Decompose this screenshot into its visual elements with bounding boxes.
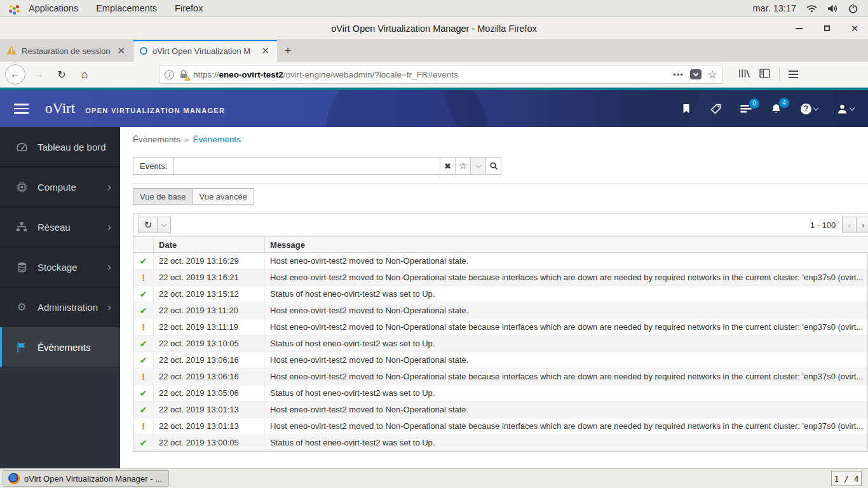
taskbar-window-button[interactable]: oVirt Open Virtualization Manager - ... xyxy=(3,470,169,487)
close-button[interactable]: ✕ xyxy=(848,22,862,36)
status-icon: ✔ xyxy=(140,438,147,447)
event-date: 22 oct. 2019 13:06:16 xyxy=(154,352,265,368)
tab-ovirt[interactable]: oVirt Open Virtualization M ✕ xyxy=(133,40,277,62)
app-logo-subtitle: OPEN VIRTUALIZATION MANAGER xyxy=(85,107,225,114)
home-button[interactable]: ⌂ xyxy=(75,65,94,84)
clock[interactable]: mar. 13:17 xyxy=(752,3,796,13)
table-row[interactable]: ✔ 22 oct. 2019 13:11:20 Host eneo-ovirt-… xyxy=(133,302,868,319)
table-row[interactable]: ✔ 22 oct. 2019 13:10:05 Status of host e… xyxy=(133,336,868,352)
event-date: 22 oct. 2019 13:01:13 xyxy=(154,402,265,417)
workspace-indicator[interactable]: 1 / 4 xyxy=(831,471,862,486)
volume-icon[interactable] xyxy=(827,4,838,13)
event-message: Host eneo-ovirt-test2 moved to Non-Opera… xyxy=(265,418,868,434)
event-message: Status of host eneo-ovirt-test2 was set … xyxy=(265,385,868,401)
search-scope-label: Events: xyxy=(133,158,174,174)
wifi-icon[interactable] xyxy=(806,4,817,13)
tab-session-restore[interactable]: Restauration de session ✕ xyxy=(0,40,133,62)
reload-button[interactable]: ↻ xyxy=(52,65,71,84)
sidebar-item-network[interactable]: Réseau › xyxy=(0,207,120,247)
window-titlebar: oVirt Open Virtualization Manager - Mozi… xyxy=(0,17,868,40)
tab-basic-view[interactable]: Vue de base xyxy=(133,188,193,205)
tasks-icon[interactable]: 0 xyxy=(740,104,752,114)
events-search-input[interactable] xyxy=(174,158,440,174)
menu-applications[interactable]: Applications xyxy=(20,3,87,13)
table-row[interactable]: ! 22 oct. 2019 13:16:21 Host eneo-ovirt-… xyxy=(133,269,868,286)
event-message: Host eneo-ovirt-test2 moved to Non-Opera… xyxy=(265,253,868,269)
column-message[interactable]: Message xyxy=(265,237,868,252)
new-tab-button[interactable]: + xyxy=(277,40,299,62)
table-row[interactable]: ✔ 22 oct. 2019 13:00:05 Status of host e… xyxy=(133,435,868,451)
url-text[interactable]: https://eneo-ovirt-test2/ovirt-engine/we… xyxy=(193,70,668,79)
event-message: Host eneo-ovirt-test2 moved to Non-Opera… xyxy=(265,352,868,368)
menu-firefox[interactable]: Firefox xyxy=(166,3,212,13)
library-icon[interactable] xyxy=(738,68,750,81)
table-row[interactable]: ✔ 22 oct. 2019 13:05:06 Status of host e… xyxy=(133,385,868,402)
tab-close-icon[interactable]: ✕ xyxy=(260,45,271,57)
firefox-menu-icon[interactable] xyxy=(789,71,798,78)
sidebar-item-events[interactable]: Évènements xyxy=(0,327,120,367)
maximize-button[interactable] xyxy=(820,22,834,36)
table-row[interactable]: ✔ 22 oct. 2019 13:01:13 Host eneo-ovirt-… xyxy=(133,402,868,418)
page-info-icon[interactable]: i xyxy=(165,70,174,79)
status-icon: ! xyxy=(142,372,145,381)
pocket-icon[interactable] xyxy=(690,69,702,79)
clear-search-button[interactable]: ✖ xyxy=(440,157,456,175)
search-bar: Events: ✖ ☆ xyxy=(133,157,501,175)
column-status xyxy=(133,237,154,252)
warning-icon xyxy=(6,46,17,57)
table-row[interactable]: ! 22 oct. 2019 13:11:19 Host eneo-ovirt-… xyxy=(133,319,868,336)
bookmark-search-button[interactable]: ☆ xyxy=(456,157,471,175)
prev-page-button[interactable]: ‹ xyxy=(842,217,857,233)
divider xyxy=(133,183,868,184)
back-button[interactable]: ← xyxy=(5,64,25,85)
dashboard-icon xyxy=(15,142,28,152)
search-icon xyxy=(489,161,498,170)
breadcrumb-page-link[interactable]: Événements xyxy=(193,135,241,144)
column-date[interactable]: Date xyxy=(154,237,265,252)
menu-places[interactable]: Emplacements xyxy=(87,3,166,13)
next-page-button[interactable]: › xyxy=(856,217,868,233)
table-row[interactable]: ✔ 22 oct. 2019 13:16:29 Host eneo-ovirt-… xyxy=(133,253,868,269)
sidebar-item-administration[interactable]: ⚙ Administration › xyxy=(0,287,120,327)
tab-advanced-view[interactable]: Vue avancée xyxy=(193,188,254,205)
minimize-button[interactable] xyxy=(792,22,806,36)
tags-icon[interactable] xyxy=(710,104,721,114)
sidebar-item-storage[interactable]: Stockage › xyxy=(0,247,120,287)
sidebar-item-compute[interactable]: Compute › xyxy=(0,167,120,207)
user-menu[interactable] xyxy=(837,104,854,114)
event-date: 22 oct. 2019 13:06:16 xyxy=(154,369,265,384)
search-button[interactable] xyxy=(486,157,501,175)
breadcrumb: Évènements»Événements xyxy=(133,135,868,144)
gear-icon: ⚙ xyxy=(15,302,28,313)
flag-icon xyxy=(15,342,28,353)
refresh-dropdown-button[interactable] xyxy=(157,217,171,233)
help-icon: ? xyxy=(801,104,811,114)
search-dropdown-button[interactable] xyxy=(471,157,486,175)
forward-button[interactable]: → xyxy=(29,65,48,84)
sidebar-item-dashboard[interactable]: Tableau de bord xyxy=(0,127,120,167)
page-actions-icon[interactable]: ••• xyxy=(673,70,684,79)
table-row[interactable]: ✔ 22 oct. 2019 13:15:12 Status of host e… xyxy=(133,286,868,302)
status-icon: ✔ xyxy=(140,306,147,315)
alerts-bell-icon[interactable]: 4 xyxy=(771,104,782,114)
event-message: Host eneo-ovirt-test2 moved to Non-Opera… xyxy=(265,369,868,384)
help-menu[interactable]: ? xyxy=(801,104,818,114)
power-icon[interactable] xyxy=(848,4,858,13)
ovirt-favicon xyxy=(140,47,147,55)
bookmarks-icon[interactable] xyxy=(681,104,691,114)
chevron-right-icon: › xyxy=(107,221,111,233)
refresh-button[interactable]: ↻ xyxy=(139,217,158,233)
bookmark-star-icon[interactable]: ☆ xyxy=(708,68,717,81)
tab-close-icon[interactable]: ✕ xyxy=(116,45,126,57)
url-bar[interactable]: i https://eneo-ovirt-test2/ovirt-engine/… xyxy=(159,65,723,84)
table-row[interactable]: ✔ 22 oct. 2019 13:06:16 Host eneo-ovirt-… xyxy=(133,352,868,369)
sidebar-toggle-icon[interactable] xyxy=(759,69,770,81)
distro-logo-icon[interactable] xyxy=(9,3,20,14)
table-row[interactable]: ! 22 oct. 2019 13:06:16 Host eneo-ovirt-… xyxy=(133,369,868,385)
pagination-range: 1 - 100 xyxy=(810,220,836,230)
table-row[interactable]: ! 22 oct. 2019 13:01:13 Host eneo-ovirt-… xyxy=(133,418,868,435)
table-header: Date Message xyxy=(133,236,868,253)
app-menu-icon[interactable] xyxy=(14,104,29,114)
insecure-lock-icon[interactable] xyxy=(179,69,189,79)
status-icon: ✔ xyxy=(140,389,147,398)
